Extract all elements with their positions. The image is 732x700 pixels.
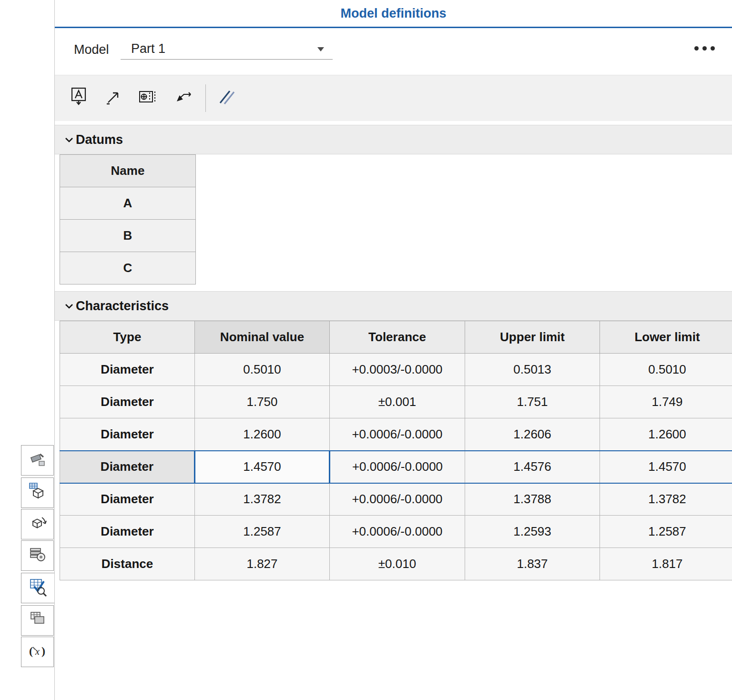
leader-arrow-button[interactable] <box>170 85 196 112</box>
cell-upper[interactable]: 1.2606 <box>465 418 600 451</box>
column-header-tolerance[interactable]: Tolerance <box>330 321 465 354</box>
cell-lower[interactable]: 1.817 <box>600 548 732 580</box>
more-options-button[interactable] <box>694 46 715 51</box>
characteristic-row[interactable]: Diameter 0.5010 +0.0003/-0.0000 0.5013 0… <box>60 354 732 386</box>
cell-tolerance[interactable]: +0.0006/-0.0000 <box>330 483 465 516</box>
annotation-toolbar <box>55 75 732 121</box>
side-toolbar-inspection-check-button[interactable] <box>21 573 55 603</box>
model-refresh-icon <box>27 513 48 536</box>
cell-tolerance[interactable]: +0.0003/-0.0000 <box>330 354 465 386</box>
chevron-down-icon <box>63 300 75 312</box>
characteristic-row-selected[interactable]: Diameter 1.4570 +0.0006/-0.0000 1.4576 1… <box>60 451 732 483</box>
cell-upper[interactable]: 1.751 <box>465 386 600 418</box>
side-toolbar-appearance-button[interactable] <box>21 445 54 476</box>
cell-nominal[interactable]: 0.5010 <box>195 354 330 386</box>
characteristics-section-label: Characteristics <box>76 299 169 314</box>
screen: ( ) x Model definitions Model Part 1 <box>0 0 732 700</box>
cell-nominal[interactable]: 1.750 <box>195 386 330 418</box>
cell-upper[interactable]: 1.4576 <box>465 451 600 483</box>
cell-lower[interactable]: 1.3782 <box>600 483 732 516</box>
cell-nominal[interactable]: 1.3782 <box>195 483 330 516</box>
cell-lower[interactable]: 1.749 <box>600 386 732 418</box>
cell-type[interactable]: Diameter <box>60 386 195 418</box>
cell-upper[interactable]: 1.837 <box>465 548 600 580</box>
layers-dataset-icon <box>27 544 48 567</box>
model-selector-row: Model Part 1 <box>55 28 732 75</box>
parallel-lines-icon <box>215 86 238 111</box>
column-header-lower-limit[interactable]: Lower limit <box>600 321 732 354</box>
cell-tolerance[interactable]: +0.0006/-0.0000 <box>330 418 465 451</box>
feature-table-icon <box>27 481 48 504</box>
measure-pick-button[interactable] <box>100 85 127 112</box>
side-toolbar-sheets-button[interactable] <box>21 605 54 636</box>
svg-text:x: x <box>35 646 40 657</box>
characteristics-section-header[interactable]: Characteristics <box>55 291 732 321</box>
side-toolbar-layers-dataset-button[interactable] <box>21 540 54 571</box>
cell-tolerance[interactable]: +0.0006/-0.0000 <box>330 516 465 548</box>
cell-tolerance[interactable]: ±0.010 <box>330 548 465 580</box>
dimension-frame-icon <box>137 86 160 111</box>
appearance-icon <box>27 449 48 472</box>
cell-type[interactable]: Diameter <box>60 354 195 386</box>
ellipsis-menu-icon <box>694 46 715 51</box>
characteristic-row[interactable]: Diameter 1.750 ±0.001 1.751 1.749 <box>60 386 732 418</box>
panel-title-bar: Model definitions <box>55 0 732 28</box>
cell-type[interactable]: Distance <box>60 548 195 580</box>
cell-tolerance[interactable]: ±0.001 <box>330 386 465 418</box>
cell-nominal[interactable]: 1.2600 <box>195 418 330 451</box>
inspection-check-icon <box>28 577 49 599</box>
characteristic-row[interactable]: Diameter 1.3782 +0.0006/-0.0000 1.3788 1… <box>60 483 732 516</box>
cell-lower[interactable]: 1.2587 <box>600 516 732 548</box>
cell-type[interactable]: Diameter <box>60 418 195 451</box>
dimension-frame-button[interactable] <box>135 85 162 112</box>
parallel-lines-button[interactable] <box>214 85 240 112</box>
model-dropdown[interactable]: Part 1 <box>121 38 333 60</box>
text-annotation-icon <box>67 86 90 111</box>
datums-section-label: Datums <box>76 132 123 147</box>
datum-row-b[interactable]: B <box>60 220 196 252</box>
toolbar-separator <box>205 84 206 112</box>
column-header-type[interactable]: Type <box>60 321 195 354</box>
cell-nominal-active[interactable]: 1.4570 <box>195 451 330 483</box>
model-label: Model <box>74 42 109 57</box>
side-toolbar-model-refresh-button[interactable] <box>21 509 54 539</box>
characteristic-row[interactable]: Diameter 1.2587 +0.0006/-0.0000 1.2593 1… <box>60 516 732 548</box>
characteristics-table: Type Nominal value Tolerance Upper limit… <box>60 321 732 580</box>
column-header-nominal-value[interactable]: Nominal value <box>195 321 330 354</box>
cell-upper[interactable]: 1.2593 <box>465 516 600 548</box>
datums-table: Name A B C <box>60 154 196 284</box>
model-definitions-panel: Model definitions Model Part 1 <box>54 0 732 700</box>
datum-row-a[interactable]: A <box>60 187 196 220</box>
characteristic-row[interactable]: Distance 1.827 ±0.010 1.837 1.817 <box>60 548 732 580</box>
characteristics-header-row: Type Nominal value Tolerance Upper limit… <box>60 321 732 354</box>
side-toolbar-expression-button[interactable]: ( ) x <box>21 637 54 667</box>
cell-tolerance[interactable]: +0.0006/-0.0000 <box>330 451 465 483</box>
svg-text:): ) <box>41 645 45 657</box>
leader-arrow-icon <box>172 86 194 111</box>
dropdown-arrow-icon <box>316 46 325 53</box>
cell-upper[interactable]: 1.3788 <box>465 483 600 516</box>
cell-type[interactable]: Diameter <box>60 483 195 516</box>
datums-section-header[interactable]: Datums <box>55 125 732 154</box>
characteristic-row[interactable]: Diameter 1.2600 +0.0006/-0.0000 1.2606 1… <box>60 418 732 451</box>
cell-upper[interactable]: 0.5013 <box>465 354 600 386</box>
cell-type[interactable]: Diameter <box>60 451 195 483</box>
chevron-down-icon <box>63 134 75 145</box>
cell-lower[interactable]: 1.2600 <box>600 418 732 451</box>
model-dropdown-value: Part 1 <box>131 41 165 56</box>
expression-icon: ( ) x <box>27 640 48 663</box>
panel-title: Model definitions <box>341 6 447 21</box>
cell-nominal[interactable]: 1.827 <box>195 548 330 580</box>
text-annotation-button[interactable] <box>65 85 92 112</box>
cell-type[interactable]: Diameter <box>60 516 195 548</box>
column-header-upper-limit[interactable]: Upper limit <box>465 321 600 354</box>
sheets-icon <box>27 609 48 632</box>
side-toolbar-feature-table-button[interactable] <box>21 477 54 508</box>
svg-text:(: ( <box>29 645 33 657</box>
datum-row-c[interactable]: C <box>60 252 196 284</box>
cell-lower[interactable]: 1.4570 <box>600 451 732 483</box>
cell-nominal[interactable]: 1.2587 <box>195 516 330 548</box>
measure-pick-icon <box>102 86 125 111</box>
datums-column-header-name: Name <box>60 155 196 187</box>
cell-lower[interactable]: 0.5010 <box>600 354 732 386</box>
